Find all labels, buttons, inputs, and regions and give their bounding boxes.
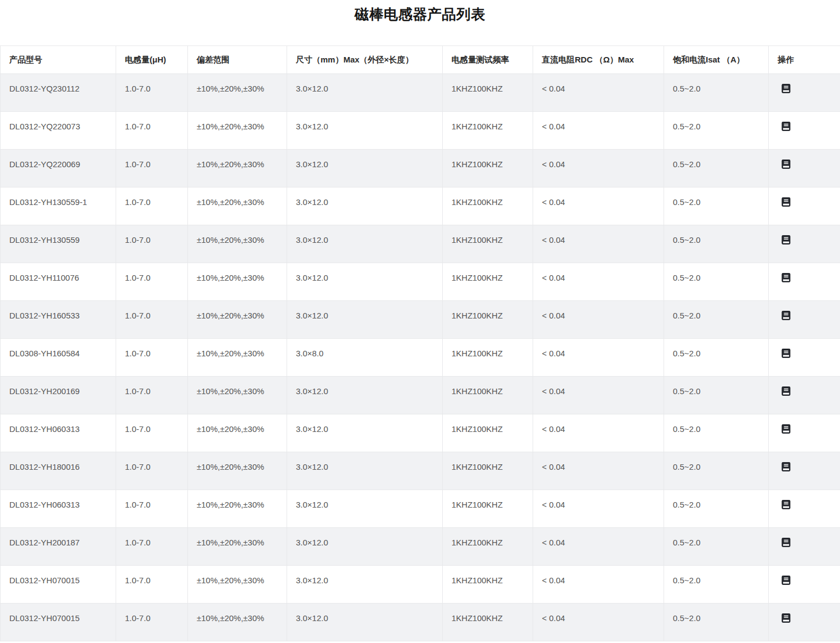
cell-action bbox=[769, 566, 840, 604]
table-row: DL0312-YH1800161.0-7.0±10%,±20%,±30%3.0×… bbox=[1, 452, 840, 490]
cell-frequency: 1KHZ100KHZ bbox=[443, 490, 533, 528]
cell-inductance: 1.0-7.0 bbox=[116, 604, 188, 641]
cell-isat: 0.5~2.0 bbox=[664, 150, 769, 187]
notebook-icon[interactable] bbox=[781, 310, 791, 321]
cell-action bbox=[769, 263, 840, 301]
cell-isat: 0.5~2.0 bbox=[664, 112, 769, 150]
cell-isat: 0.5~2.0 bbox=[664, 604, 769, 641]
table-row: DL0312-YH1100761.0-7.0±10%,±20%,±30%3.0×… bbox=[1, 263, 840, 301]
cell-action bbox=[769, 301, 840, 339]
table-row: DL0312-YH1605331.0-7.0±10%,±20%,±30%3.0×… bbox=[1, 301, 840, 339]
cell-inductance: 1.0-7.0 bbox=[116, 414, 188, 452]
cell-size: 3.0×12.0 bbox=[287, 74, 443, 112]
column-header: 产品型号 bbox=[1, 46, 116, 74]
table-row: DL0312-YH0603131.0-7.0±10%,±20%,±30%3.0×… bbox=[1, 414, 840, 452]
notebook-icon[interactable] bbox=[781, 537, 791, 548]
cell-size: 3.0×12.0 bbox=[287, 263, 443, 301]
cell-model: DL0312-YH070015 bbox=[1, 566, 116, 604]
cell-frequency: 1KHZ100KHZ bbox=[443, 150, 533, 187]
cell-tolerance: ±10%,±20%,±30% bbox=[188, 414, 287, 452]
notebook-icon[interactable] bbox=[781, 424, 791, 434]
cell-action bbox=[769, 528, 840, 566]
cell-frequency: 1KHZ100KHZ bbox=[443, 339, 533, 377]
cell-model: DL0312-YH060313 bbox=[1, 490, 116, 528]
cell-tolerance: ±10%,±20%,±30% bbox=[188, 225, 287, 263]
cell-rdc: < 0.04 bbox=[533, 112, 664, 150]
cell-frequency: 1KHZ100KHZ bbox=[443, 263, 533, 301]
cell-frequency: 1KHZ100KHZ bbox=[443, 187, 533, 225]
cell-inductance: 1.0-7.0 bbox=[116, 112, 188, 150]
cell-tolerance: ±10%,±20%,±30% bbox=[188, 301, 287, 339]
table-row: DL0312-YH130559-11.0-7.0±10%,±20%,±30%3.… bbox=[1, 187, 840, 225]
cell-isat: 0.5~2.0 bbox=[664, 74, 769, 112]
table-row: DL0312-YQ2200691.0-7.0±10%,±20%,±30%3.0×… bbox=[1, 150, 840, 187]
cell-size: 3.0×12.0 bbox=[287, 225, 443, 263]
cell-inductance: 1.0-7.0 bbox=[116, 490, 188, 528]
cell-size: 3.0×12.0 bbox=[287, 301, 443, 339]
cell-action bbox=[769, 490, 840, 528]
cell-rdc: < 0.04 bbox=[533, 490, 664, 528]
notebook-icon[interactable] bbox=[781, 386, 791, 396]
notebook-icon[interactable] bbox=[781, 348, 791, 359]
cell-model: DL0312-YH180016 bbox=[1, 452, 116, 490]
cell-rdc: < 0.04 bbox=[533, 150, 664, 187]
cell-isat: 0.5~2.0 bbox=[664, 225, 769, 263]
product-table: 产品型号电感量(μH)偏差范围尺寸（mm）Max（外径×长度）电感量测试频率直流… bbox=[0, 45, 840, 641]
cell-isat: 0.5~2.0 bbox=[664, 490, 769, 528]
cell-rdc: < 0.04 bbox=[533, 377, 664, 414]
notebook-icon[interactable] bbox=[781, 235, 791, 245]
cell-size: 3.0×12.0 bbox=[287, 150, 443, 187]
cell-tolerance: ±10%,±20%,±30% bbox=[188, 187, 287, 225]
notebook-icon[interactable] bbox=[781, 272, 791, 283]
cell-model: DL0312-YH130559-1 bbox=[1, 187, 116, 225]
cell-size: 3.0×12.0 bbox=[287, 604, 443, 641]
column-header: 电感量(μH) bbox=[116, 46, 188, 74]
cell-tolerance: ±10%,±20%,±30% bbox=[188, 339, 287, 377]
cell-tolerance: ±10%,±20%,±30% bbox=[188, 112, 287, 150]
cell-inductance: 1.0-7.0 bbox=[116, 301, 188, 339]
column-header: 尺寸（mm）Max（外径×长度） bbox=[287, 46, 443, 74]
notebook-icon[interactable] bbox=[781, 83, 791, 94]
cell-inductance: 1.0-7.0 bbox=[116, 225, 188, 263]
table-row: DL0312-YH0700151.0-7.0±10%,±20%,±30%3.0×… bbox=[1, 566, 840, 604]
notebook-icon[interactable] bbox=[781, 121, 791, 132]
cell-rdc: < 0.04 bbox=[533, 452, 664, 490]
cell-tolerance: ±10%,±20%,±30% bbox=[188, 490, 287, 528]
cell-frequency: 1KHZ100KHZ bbox=[443, 377, 533, 414]
cell-size: 3.0×12.0 bbox=[287, 112, 443, 150]
cell-action bbox=[769, 452, 840, 490]
cell-model: DL0312-YH060313 bbox=[1, 414, 116, 452]
cell-model: DL0312-YH200169 bbox=[1, 377, 116, 414]
notebook-icon[interactable] bbox=[781, 159, 791, 169]
cell-tolerance: ±10%,±20%,±30% bbox=[188, 377, 287, 414]
cell-isat: 0.5~2.0 bbox=[664, 528, 769, 566]
cell-rdc: < 0.04 bbox=[533, 566, 664, 604]
notebook-icon[interactable] bbox=[781, 197, 791, 207]
cell-model: DL0312-YQ220073 bbox=[1, 112, 116, 150]
cell-isat: 0.5~2.0 bbox=[664, 301, 769, 339]
cell-isat: 0.5~2.0 bbox=[664, 566, 769, 604]
cell-tolerance: ±10%,±20%,±30% bbox=[188, 150, 287, 187]
notebook-icon[interactable] bbox=[781, 575, 791, 585]
column-header: 饱和电流Isat （A） bbox=[664, 46, 769, 74]
cell-inductance: 1.0-7.0 bbox=[116, 339, 188, 377]
cell-rdc: < 0.04 bbox=[533, 528, 664, 566]
cell-size: 3.0×12.0 bbox=[287, 566, 443, 604]
cell-model: DL0312-YH200187 bbox=[1, 528, 116, 566]
cell-action bbox=[769, 74, 840, 112]
cell-action bbox=[769, 414, 840, 452]
cell-action bbox=[769, 604, 840, 641]
notebook-icon[interactable] bbox=[781, 613, 791, 623]
cell-size: 3.0×12.0 bbox=[287, 490, 443, 528]
cell-size: 3.0×12.0 bbox=[287, 528, 443, 566]
cell-isat: 0.5~2.0 bbox=[664, 452, 769, 490]
cell-rdc: < 0.04 bbox=[533, 339, 664, 377]
notebook-icon[interactable] bbox=[781, 462, 791, 472]
cell-action bbox=[769, 339, 840, 377]
table-row: DL0312-YH0603131.0-7.0±10%,±20%,±30%3.0×… bbox=[1, 490, 840, 528]
cell-tolerance: ±10%,±20%,±30% bbox=[188, 604, 287, 641]
column-header: 电感量测试频率 bbox=[443, 46, 533, 74]
cell-action bbox=[769, 112, 840, 150]
cell-frequency: 1KHZ100KHZ bbox=[443, 566, 533, 604]
notebook-icon[interactable] bbox=[781, 499, 791, 510]
